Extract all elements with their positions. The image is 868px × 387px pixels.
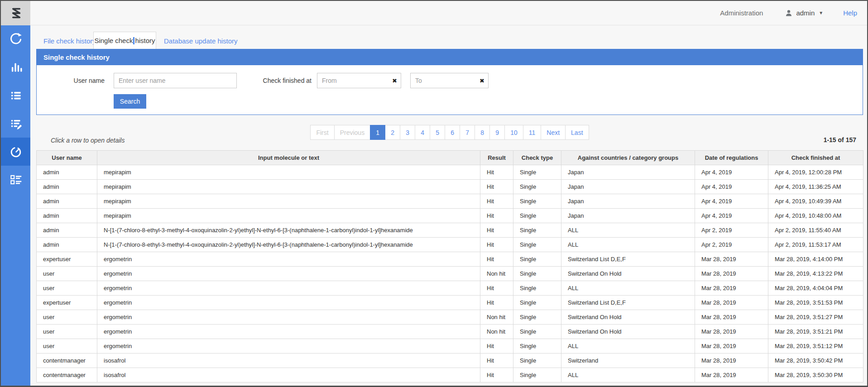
administration-link[interactable]: Administration (720, 9, 763, 17)
table-cell: Single (513, 296, 561, 310)
list-edit-icon (9, 116, 23, 131)
page-button-4[interactable]: 4 (415, 125, 430, 140)
table-cell: Japan (561, 165, 695, 180)
tab-file-check-history[interactable]: File check history (43, 37, 96, 45)
sidebar-item-single-check-history[interactable] (1, 138, 30, 166)
table-row[interactable]: adminmepirapimHitSingleJapanApr 4, 2019A… (37, 180, 863, 194)
page-button-2[interactable]: 2 (385, 125, 400, 140)
table-cell: N-[1-(7-chloro-8-ethyl-3-methyl-4-oxoqui… (97, 238, 480, 252)
table-cell: Apr 4, 2019 (695, 165, 768, 180)
page-button-next[interactable]: Next (541, 125, 566, 140)
sidebar-item-list[interactable] (1, 81, 30, 110)
table-cell: ergometrin (97, 252, 480, 267)
sidebar-item-categories[interactable] (1, 166, 30, 194)
table-row[interactable]: userergometrinNon hitSingleSwitzerland O… (37, 310, 863, 325)
clear-from-icon[interactable]: ✖ (392, 78, 397, 84)
table-cell: Hit (480, 252, 513, 267)
table-cell: Single (513, 354, 561, 368)
page-button-first: First (310, 125, 334, 140)
table-cell: ALL (561, 223, 695, 238)
column-header: Against countries / category groups (561, 151, 695, 165)
sidebar-item-list-edit[interactable] (1, 110, 30, 138)
page-button-7[interactable]: 7 (460, 125, 475, 140)
clear-to-icon[interactable]: ✖ (480, 78, 484, 84)
tab-single-check-history[interactable]: Single checkhistory (93, 32, 156, 49)
date-from-input[interactable] (317, 73, 401, 88)
table-cell: Apr 4, 2019, 12:00:28 PM (768, 165, 863, 180)
table-cell: Mar 28, 2019, 3:51:27 PM (768, 310, 863, 325)
table-cell: Single (513, 310, 561, 325)
table-cell: Switzerland List D,E,F (561, 296, 695, 310)
table-cell: contentmanager (37, 354, 97, 368)
table-row[interactable]: adminmepirapimHitSingleJapanApr 4, 2019A… (37, 209, 863, 223)
table-cell: Non hit (480, 267, 513, 281)
page-button-10[interactable]: 10 (504, 125, 523, 140)
sidebar (1, 1, 30, 386)
page-button-1[interactable]: 1 (370, 125, 385, 140)
table-row[interactable]: expertuserergometrinHitSingleSwitzerland… (37, 252, 863, 267)
table-cell: Mar 28, 2019 (695, 310, 768, 325)
table-row[interactable]: userergometrinNon hitSingleSwitzerland O… (37, 267, 863, 281)
username-input[interactable] (114, 73, 237, 88)
table-row[interactable]: contentmanagerisosafrolHitSingleALLMar 2… (37, 368, 863, 382)
page-button-9[interactable]: 9 (489, 125, 505, 140)
table-cell: admin (37, 180, 97, 194)
search-button[interactable]: Search (114, 94, 146, 109)
table-cell: Apr 4, 2019, 11:36:25 AM (768, 180, 863, 194)
column-header: Input molecule or text (97, 151, 480, 165)
table-row[interactable]: userergometrinNon hitSingleSwitzerland O… (37, 325, 863, 339)
table-cell: Hit (480, 165, 513, 180)
page-button-5[interactable]: 5 (430, 125, 445, 140)
table-cell: Apr 4, 2019, 10:49:39 AM (768, 194, 863, 209)
table-cell: Japan (561, 209, 695, 223)
refresh-icon (9, 32, 23, 47)
table-cell: contentmanager (37, 368, 97, 382)
person-icon (785, 9, 793, 17)
page-button-3[interactable]: 3 (400, 125, 415, 140)
table-cell: Hit (480, 368, 513, 382)
table-row[interactable]: userergometrinHitSingleALLMar 28, 2019Ma… (37, 339, 863, 354)
table-row[interactable]: adminmepirapimHitSingleJapanApr 4, 2019A… (37, 165, 863, 180)
table-cell: Mar 28, 2019 (695, 339, 768, 354)
table-cell: Mar 28, 2019, 3:51:12 PM (768, 339, 863, 354)
table-row[interactable]: expertuserergometrinHitSingleSwitzerland… (37, 296, 863, 310)
table-cell: Hit (480, 339, 513, 354)
table-cell: ALL (561, 238, 695, 252)
page-button-6[interactable]: 6 (445, 125, 460, 140)
tab-label-part: history (135, 37, 155, 44)
page-button-last[interactable]: Last (565, 125, 589, 140)
column-header: Result (480, 151, 513, 165)
table-cell: Non hit (480, 325, 513, 339)
table-row[interactable]: adminN-[1-(7-chloro-8-ethyl-3-methyl-4-o… (37, 223, 863, 238)
user-menu[interactable]: admin ▼ (785, 9, 823, 17)
history-table: User nameInput molecule or textResultChe… (36, 150, 863, 382)
app-logo[interactable] (1, 1, 30, 25)
list-icon (9, 88, 23, 103)
table-cell: Hit (480, 223, 513, 238)
table-row[interactable]: adminmepirapimHitSingleJapanApr 4, 2019A… (37, 194, 863, 209)
sidebar-item-refresh[interactable] (1, 25, 30, 53)
tab-database-update-history[interactable]: Database update history (164, 37, 238, 45)
help-link[interactable]: Help (843, 9, 857, 17)
table-cell: user (37, 339, 97, 354)
app-window: { "topbar": { "administration": "Adminis… (0, 0, 868, 387)
date-to-input[interactable] (410, 73, 489, 88)
table-cell: user (37, 281, 97, 296)
table-cell: user (37, 267, 97, 281)
table-cell: Mar 28, 2019 (695, 252, 768, 267)
table-cell: Single (513, 325, 561, 339)
table-cell: Mar 28, 2019, 4:14:00 PM (768, 252, 863, 267)
sidebar-item-statistics[interactable] (1, 53, 30, 81)
table-cell: Single (513, 238, 561, 252)
table-row[interactable]: contentmanagerisosafrolHitSingleSwitzerl… (37, 354, 863, 368)
single-check-history-panel: Single check history User name Check fin… (36, 49, 863, 115)
table-row[interactable]: userergometrinHitSingleALLMar 28, 2019Ma… (37, 281, 863, 296)
table-cell: Switzerland On Hold (561, 310, 695, 325)
table-cell: ergometrin (97, 267, 480, 281)
table-cell: Switzerland On Hold (561, 325, 695, 339)
table-cell: admin (37, 194, 97, 209)
page-button-11[interactable]: 11 (523, 125, 542, 140)
table-row[interactable]: adminN-[1-(7-chloro-8-ethyl-3-methyl-4-o… (37, 238, 863, 252)
table-cell: Apr 2, 2019 (695, 238, 768, 252)
page-button-8[interactable]: 8 (475, 125, 490, 140)
